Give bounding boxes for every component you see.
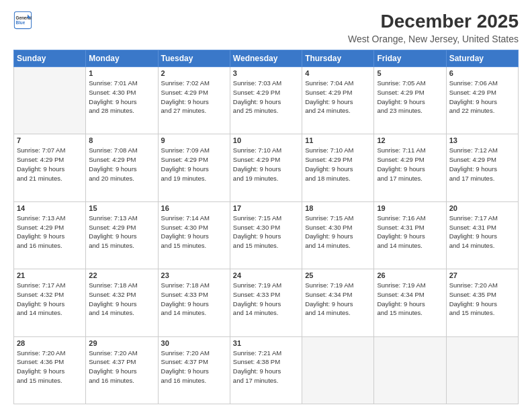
sun-info: Sunrise: 7:20 AMSunset: 4:37 PMDaylight:… xyxy=(161,349,227,385)
sun-info: Sunrise: 7:15 AMSunset: 4:30 PMDaylight:… xyxy=(305,214,371,250)
day-number: 13 xyxy=(449,136,515,144)
calendar-cell xyxy=(374,336,446,404)
day-number: 20 xyxy=(449,204,515,212)
sun-info: Sunrise: 7:20 AMSunset: 4:37 PMDaylight:… xyxy=(89,349,154,385)
calendar-header-tuesday: Tuesday xyxy=(158,50,230,67)
calendar-week-1: 7Sunrise: 7:07 AMSunset: 4:29 PMDaylight… xyxy=(14,134,519,201)
calendar-header-thursday: Thursday xyxy=(302,50,374,67)
day-number: 31 xyxy=(233,339,299,347)
calendar-cell: 10Sunrise: 7:10 AMSunset: 4:29 PMDayligh… xyxy=(230,134,302,201)
calendar-cell: 3Sunrise: 7:03 AMSunset: 4:29 PMDaylight… xyxy=(230,67,302,134)
calendar-cell: 14Sunrise: 7:13 AMSunset: 4:29 PMDayligh… xyxy=(14,201,86,269)
sun-info: Sunrise: 7:21 AMSunset: 4:38 PMDaylight:… xyxy=(233,349,299,385)
page: General Blue December 2025 West Orange, … xyxy=(0,0,532,411)
calendar-cell: 11Sunrise: 7:10 AMSunset: 4:29 PMDayligh… xyxy=(302,134,374,201)
day-number: 7 xyxy=(17,136,83,144)
calendar-table: SundayMondayTuesdayWednesdayThursdayFrid… xyxy=(13,50,519,404)
svg-text:Blue: Blue xyxy=(16,20,26,25)
sun-info: Sunrise: 7:01 AMSunset: 4:30 PMDaylight:… xyxy=(89,79,154,116)
calendar-header-row: SundayMondayTuesdayWednesdayThursdayFrid… xyxy=(14,50,519,67)
sun-info: Sunrise: 7:16 AMSunset: 4:31 PMDaylight:… xyxy=(377,214,443,250)
sun-info: Sunrise: 7:10 AMSunset: 4:29 PMDaylight:… xyxy=(305,146,371,183)
day-number: 27 xyxy=(449,271,515,279)
calendar-cell: 1Sunrise: 7:01 AMSunset: 4:30 PMDaylight… xyxy=(86,67,158,134)
calendar-cell: 6Sunrise: 7:06 AMSunset: 4:29 PMDaylight… xyxy=(446,67,518,134)
sun-info: Sunrise: 7:13 AMSunset: 4:29 PMDaylight:… xyxy=(89,214,154,250)
calendar-cell: 9Sunrise: 7:09 AMSunset: 4:29 PMDaylight… xyxy=(158,134,230,201)
sun-info: Sunrise: 7:19 AMSunset: 4:34 PMDaylight:… xyxy=(377,281,443,318)
logo: General Blue xyxy=(13,11,32,30)
day-number: 8 xyxy=(89,136,154,144)
sun-info: Sunrise: 7:05 AMSunset: 4:29 PMDaylight:… xyxy=(377,79,443,116)
calendar-cell xyxy=(446,336,518,404)
sun-info: Sunrise: 7:17 AMSunset: 4:32 PMDaylight:… xyxy=(17,281,83,318)
calendar-week-3: 21Sunrise: 7:17 AMSunset: 4:32 PMDayligh… xyxy=(14,269,519,336)
day-number: 9 xyxy=(161,136,227,144)
calendar-cell: 21Sunrise: 7:17 AMSunset: 4:32 PMDayligh… xyxy=(14,269,86,336)
sun-info: Sunrise: 7:02 AMSunset: 4:29 PMDaylight:… xyxy=(161,79,227,116)
sun-info: Sunrise: 7:08 AMSunset: 4:29 PMDaylight:… xyxy=(89,146,154,183)
sun-info: Sunrise: 7:15 AMSunset: 4:30 PMDaylight:… xyxy=(233,214,299,250)
sun-info: Sunrise: 7:09 AMSunset: 4:29 PMDaylight:… xyxy=(161,146,227,183)
calendar-header-sunday: Sunday xyxy=(14,50,86,67)
calendar-cell: 2Sunrise: 7:02 AMSunset: 4:29 PMDaylight… xyxy=(158,67,230,134)
day-number: 24 xyxy=(233,271,299,279)
calendar-week-0: 1Sunrise: 7:01 AMSunset: 4:30 PMDaylight… xyxy=(14,67,519,134)
calendar-cell: 13Sunrise: 7:12 AMSunset: 4:29 PMDayligh… xyxy=(446,134,518,201)
calendar-cell: 24Sunrise: 7:19 AMSunset: 4:33 PMDayligh… xyxy=(230,269,302,336)
day-number: 23 xyxy=(161,271,227,279)
day-number: 28 xyxy=(17,339,83,347)
day-number: 29 xyxy=(89,339,154,347)
sun-info: Sunrise: 7:07 AMSunset: 4:29 PMDaylight:… xyxy=(17,146,83,183)
day-number: 17 xyxy=(233,204,299,212)
calendar-cell: 8Sunrise: 7:08 AMSunset: 4:29 PMDaylight… xyxy=(86,134,158,201)
sun-info: Sunrise: 7:10 AMSunset: 4:29 PMDaylight:… xyxy=(233,146,299,183)
day-number: 21 xyxy=(17,271,83,279)
sun-info: Sunrise: 7:11 AMSunset: 4:29 PMDaylight:… xyxy=(377,146,443,183)
calendar-cell: 16Sunrise: 7:14 AMSunset: 4:30 PMDayligh… xyxy=(158,201,230,269)
calendar-cell: 7Sunrise: 7:07 AMSunset: 4:29 PMDaylight… xyxy=(14,134,86,201)
sun-info: Sunrise: 7:20 AMSunset: 4:35 PMDaylight:… xyxy=(449,281,515,318)
sun-info: Sunrise: 7:18 AMSunset: 4:33 PMDaylight:… xyxy=(161,281,227,318)
calendar-cell: 19Sunrise: 7:16 AMSunset: 4:31 PMDayligh… xyxy=(374,201,446,269)
calendar-cell: 28Sunrise: 7:20 AMSunset: 4:36 PMDayligh… xyxy=(14,336,86,404)
day-number: 22 xyxy=(89,271,154,279)
sun-info: Sunrise: 7:14 AMSunset: 4:30 PMDaylight:… xyxy=(161,214,227,250)
sun-info: Sunrise: 7:13 AMSunset: 4:29 PMDaylight:… xyxy=(17,214,83,250)
sun-info: Sunrise: 7:20 AMSunset: 4:36 PMDaylight:… xyxy=(17,349,83,385)
calendar-cell: 15Sunrise: 7:13 AMSunset: 4:29 PMDayligh… xyxy=(86,201,158,269)
day-number: 11 xyxy=(305,136,371,144)
calendar-cell: 4Sunrise: 7:04 AMSunset: 4:29 PMDaylight… xyxy=(302,67,374,134)
day-number: 3 xyxy=(233,69,299,77)
subtitle: West Orange, New Jersey, United States xyxy=(348,34,519,44)
day-number: 30 xyxy=(161,339,227,347)
day-number: 1 xyxy=(89,69,154,77)
main-title: December 2025 xyxy=(348,11,519,32)
day-number: 16 xyxy=(161,204,227,212)
day-number: 25 xyxy=(305,271,371,279)
calendar-cell: 27Sunrise: 7:20 AMSunset: 4:35 PMDayligh… xyxy=(446,269,518,336)
day-number: 18 xyxy=(305,204,371,212)
calendar-cell: 18Sunrise: 7:15 AMSunset: 4:30 PMDayligh… xyxy=(302,201,374,269)
day-number: 19 xyxy=(377,204,443,212)
calendar-cell xyxy=(14,67,86,134)
day-number: 26 xyxy=(377,271,443,279)
calendar-cell: 5Sunrise: 7:05 AMSunset: 4:29 PMDaylight… xyxy=(374,67,446,134)
day-number: 14 xyxy=(17,204,83,212)
calendar-cell: 17Sunrise: 7:15 AMSunset: 4:30 PMDayligh… xyxy=(230,201,302,269)
calendar-week-4: 28Sunrise: 7:20 AMSunset: 4:36 PMDayligh… xyxy=(14,336,519,404)
calendar-cell: 26Sunrise: 7:19 AMSunset: 4:34 PMDayligh… xyxy=(374,269,446,336)
sun-info: Sunrise: 7:17 AMSunset: 4:31 PMDaylight:… xyxy=(449,214,515,250)
sun-info: Sunrise: 7:12 AMSunset: 4:29 PMDaylight:… xyxy=(449,146,515,183)
sun-info: Sunrise: 7:18 AMSunset: 4:32 PMDaylight:… xyxy=(89,281,154,318)
sun-info: Sunrise: 7:06 AMSunset: 4:29 PMDaylight:… xyxy=(449,79,515,116)
calendar-cell: 25Sunrise: 7:19 AMSunset: 4:34 PMDayligh… xyxy=(302,269,374,336)
calendar-cell xyxy=(302,336,374,404)
calendar-cell: 20Sunrise: 7:17 AMSunset: 4:31 PMDayligh… xyxy=(446,201,518,269)
sun-info: Sunrise: 7:19 AMSunset: 4:34 PMDaylight:… xyxy=(305,281,371,318)
calendar-header-monday: Monday xyxy=(86,50,158,67)
day-number: 15 xyxy=(89,204,154,212)
sun-info: Sunrise: 7:19 AMSunset: 4:33 PMDaylight:… xyxy=(233,281,299,318)
logo-icon: General Blue xyxy=(13,11,32,30)
calendar-cell: 22Sunrise: 7:18 AMSunset: 4:32 PMDayligh… xyxy=(86,269,158,336)
